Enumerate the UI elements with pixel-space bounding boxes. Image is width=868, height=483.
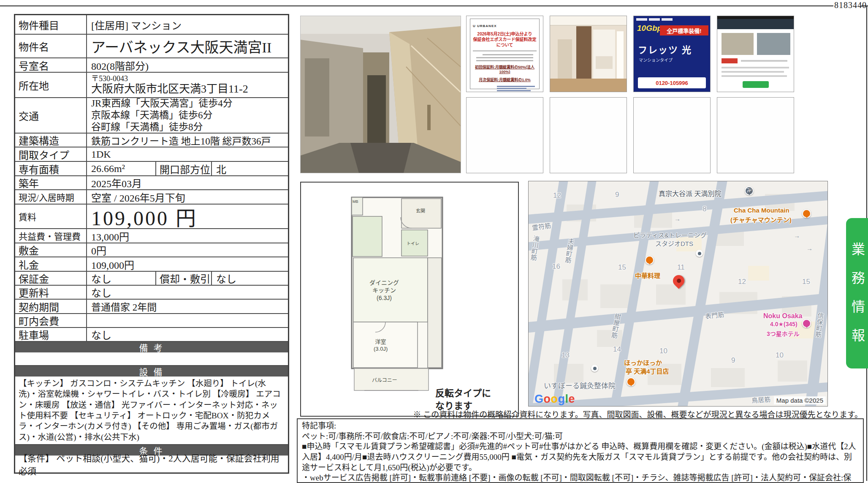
row-value: 13,000円 [87, 229, 288, 243]
row-label-2: 償却・敷引 [155, 272, 212, 285]
table-row-room: 号室名 802(8階部分) [15, 57, 288, 72]
row-value: 109,000円 [87, 257, 288, 271]
block-number: 10 [776, 351, 784, 360]
restaurant-pin-icon [645, 256, 654, 265]
block-number: 16 [552, 262, 560, 271]
poi-bento-label-line1: ほっかほっか [624, 358, 662, 367]
poi-chinese-label: 中華料理 [635, 271, 660, 280]
row-value: なし [87, 272, 155, 285]
map-disclaimer: ※ この資料は物件の概略紹介資料になります。写真、間取図面、設備、概要などが現況… [380, 408, 863, 420]
table-row-guarantee: 保証金 なし 償却・敷引 なし [15, 271, 288, 285]
row-label: 築年 [15, 176, 87, 189]
block-number: 9 [731, 356, 735, 365]
floor-plan-drawing [301, 183, 518, 416]
webpage-header [717, 19, 794, 29]
phone-number: 0120-105996 [638, 77, 706, 88]
table-row-rent: 賃料 109,000 円 [15, 204, 288, 228]
address: 大阪府大阪市北区天満3丁目11-2 [91, 83, 248, 96]
table-row-area: 専有面積 26.66m² 開口部方位 北 [15, 161, 288, 175]
row-label: 共益費・管理費 [15, 229, 87, 243]
block-number: 13 [561, 351, 570, 360]
thumbnail-interior-photo [550, 16, 627, 92]
row-value [87, 314, 288, 327]
table-row-type: 物件種目 [住居用] マンション [15, 15, 288, 34]
row-value: なし [87, 328, 288, 341]
flyer-title-line2: 保証会社エポスカード保証料改定について [472, 37, 537, 48]
text-placeholder [483, 54, 533, 55]
interior-illustration [550, 16, 627, 92]
row-label: 間取タイプ [15, 147, 87, 161]
row-label: 敷金 [15, 243, 87, 257]
row-label: 物件種目 [15, 15, 87, 34]
row-label: 町内会費 [15, 314, 87, 327]
row-label: 保証金 [15, 272, 87, 285]
flets-hikari-label: フレッツ 光 [638, 42, 692, 56]
text-placeholder [476, 60, 533, 61]
row-label: 契約期間 [15, 300, 87, 313]
table-row-name: 物件名 アーバネックス大阪天満宮II [15, 34, 288, 57]
block-number: 15 [618, 263, 626, 272]
page-border-top [0, 5, 833, 6]
block-number: 9 [615, 191, 619, 199]
row-value: 1DK [87, 147, 288, 161]
row-label: 現況/入居時期 [15, 190, 87, 204]
row-label: 号室名 [15, 58, 87, 72]
floorplan-balcony-label: バルコニー [372, 376, 397, 383]
row-label: 専有面積 [15, 162, 87, 175]
urbanex-logo: U URBANEX [473, 24, 537, 28]
row-label: 礼金 [15, 257, 87, 271]
webpage-green-button [743, 81, 769, 88]
access-line: 京阪本線「天満橋」徒歩6分 [91, 109, 213, 121]
webpage-illustration [717, 16, 794, 92]
empty-photo-slot [466, 97, 543, 173]
row-label: 物件名 [15, 35, 87, 57]
property-sheet: 8183440 物件種目 [住居用] マンション 物件名 アーバネックス大阪天満… [0, 0, 868, 483]
row-label: 更新料 [15, 286, 87, 299]
flyer-point1: 初回保証料:月額総賃料の50%(法人100%) [472, 64, 537, 74]
notes-title: 特記事項: [302, 421, 859, 431]
row-label: 所在地 [15, 73, 87, 97]
equipment-header: 設 備 [15, 365, 288, 377]
table-row-address: 所在地 〒530-0043 大阪府大阪市北区天満3丁目11-2 [15, 72, 288, 97]
row-label: 建築構造 [15, 134, 87, 147]
block-number: 12 [738, 278, 746, 286]
webpage-photo [722, 33, 754, 55]
rent-amount: 109,000 円 [87, 205, 288, 228]
row-value: 26.66m² [87, 162, 155, 175]
poi-pilates-label-line1: ピラティス&トレーニング [633, 230, 707, 239]
flyer-point2: 月次保証料:月額総賃料の1.0% [472, 77, 537, 82]
map-building [748, 266, 769, 281]
pilates-dot-pin-icon [696, 250, 703, 257]
row-value: 〒530-0043 大阪府大阪市北区天満3丁目11-2 [87, 73, 288, 97]
webpage-badge [722, 58, 738, 63]
access-line: 谷町線「天満橋」徒歩8分 [91, 121, 203, 133]
road-label-torii: 鳥居筋 [751, 394, 770, 404]
special-notes-box: 特記事項: ペット:可/事務所:不可/飲食店:不可/ピアノ:不可/楽器:不可/小… [297, 418, 864, 483]
floorplan-mb-label: MB [353, 199, 358, 204]
floor-plan: MB 玄関 トイレ ダイニング キッチン (6.3J) 洋室 (3.0J) バル… [300, 182, 519, 417]
row-value-2: なし [212, 272, 288, 285]
row-value: 0円 [87, 243, 288, 257]
table-row-term: 契約期間 普通借家 2年間 [15, 299, 288, 313]
contact-block-placeholder [497, 86, 535, 92]
empty-photo-slot [633, 97, 711, 173]
floorplan-toilet-label: トイレ [407, 240, 419, 246]
row-value: [住居用] マンション [87, 15, 288, 34]
google-logo: Google [534, 393, 575, 406]
business-info-tab[interactable]: 業務情報 [846, 218, 868, 368]
thumbnail-webpage-screenshot [717, 16, 794, 92]
oneway-arrow-icon: → [806, 245, 813, 252]
block-number: 10 [659, 347, 667, 355]
empty-photo-slot [717, 97, 794, 173]
building-entrance-illustration [301, 16, 461, 173]
remarks-body [15, 352, 288, 365]
row-label: 交通 [15, 98, 87, 133]
access-line: JR東西線「大阪天満宮」徒歩4分 [91, 98, 233, 109]
temple-pin-icon: 卍 [745, 186, 754, 195]
poi-hotel-sub: 3つ星ホテル [767, 329, 800, 338]
poi-temple-label: 真宗大谷派 天満別院 [659, 188, 721, 198]
remarks-header: 備 考 [15, 341, 288, 352]
poi-hotel-rating: 4.0★(345) [770, 321, 797, 327]
postal-code: 〒530-0043 [91, 74, 128, 83]
table-row-keymoney: 礼金 109,000円 [15, 257, 288, 271]
